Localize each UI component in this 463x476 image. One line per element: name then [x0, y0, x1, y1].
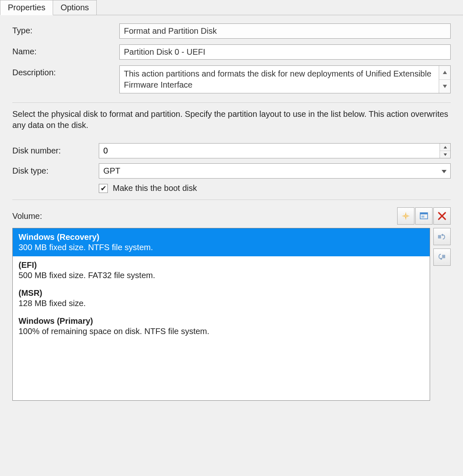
volume-area: Windows (Recovery)300 MB fixed size. NTF…: [12, 228, 451, 401]
row-type: Type: Format and Partition Disk: [12, 23, 451, 39]
name-label: Name:: [12, 44, 119, 56]
disk-number-input[interactable]: [99, 144, 440, 158]
volume-item[interactable]: (EFI)500 MB fixed size. FAT32 file syste…: [13, 256, 430, 284]
row-disk-type: Disk type: GPT: [12, 163, 451, 179]
volume-item[interactable]: (MSR)128 MB fixed size.: [13, 284, 430, 312]
disk-number-spinner[interactable]: [99, 143, 451, 158]
volume-item-title: (EFI): [19, 260, 424, 270]
row-boot-disk: ✔ Make this the boot disk: [99, 183, 451, 193]
description-value[interactable]: This action partitions and formats the d…: [120, 66, 439, 93]
properties-panel: Properties Options Type: Format and Part…: [0, 0, 463, 413]
scroll-up-icon[interactable]: [439, 66, 450, 80]
properties-button[interactable]: [415, 207, 433, 225]
row-name: Name:: [12, 44, 451, 60]
new-volume-button[interactable]: [397, 207, 414, 225]
svg-rect-4: [438, 237, 441, 238]
disk-number-label: Disk number:: [12, 146, 99, 156]
star-icon: [401, 211, 411, 221]
volume-list[interactable]: Windows (Recovery)300 MB fixed size. NTF…: [12, 228, 430, 401]
volume-side-toolbar: [433, 228, 451, 401]
chevron-down-icon[interactable]: [438, 168, 450, 174]
name-input[interactable]: [119, 44, 451, 60]
disk-type-label: Disk type:: [12, 166, 99, 176]
boot-disk-label: Make this the boot disk: [113, 183, 197, 193]
separator: [12, 200, 451, 200]
volume-item[interactable]: Windows (Primary)100% of remaining space…: [13, 312, 430, 340]
volume-item[interactable]: Windows (Recovery)300 MB fixed size. NTF…: [13, 228, 430, 256]
volume-item-title: Windows (Primary): [19, 316, 424, 326]
scroll-down-icon[interactable]: [439, 80, 450, 93]
description-scrollbar: [439, 66, 450, 93]
volume-item-subtitle: 100% of remaining space on disk. NTFS fi…: [19, 327, 424, 336]
volume-item-title: (MSR): [19, 288, 424, 298]
volume-item-title: Windows (Recovery): [19, 232, 424, 242]
type-value: Format and Partition Disk: [119, 23, 451, 39]
move-down-button[interactable]: [433, 248, 451, 266]
tab-bar: Properties Options: [0, 0, 463, 15]
window-icon: [419, 211, 429, 221]
panel-body: Type: Format and Partition Disk Name: De…: [0, 15, 463, 413]
disk-type-value: GPT: [99, 164, 438, 178]
delete-button[interactable]: [433, 207, 451, 225]
svg-rect-3: [438, 235, 441, 237]
volume-toolbar: [397, 207, 451, 225]
tab-properties[interactable]: Properties: [0, 0, 53, 15]
boot-disk-checkbox[interactable]: ✔: [99, 184, 108, 193]
spinner-down-icon[interactable]: [440, 151, 450, 158]
move-up-button[interactable]: [433, 228, 451, 245]
instruction-text: Select the physical disk to format and p…: [12, 102, 451, 131]
description-label: Description:: [12, 65, 119, 77]
volume-item-subtitle: 500 MB fixed size. FAT32 file system.: [19, 271, 424, 280]
move-up-icon: [437, 232, 447, 241]
disk-type-select[interactable]: GPT: [99, 163, 451, 179]
svg-rect-2: [421, 216, 424, 218]
volume-item-subtitle: 300 MB fixed size. NTFS file system.: [19, 243, 424, 252]
svg-rect-1: [420, 213, 428, 214]
description-textarea[interactable]: This action partitions and formats the d…: [119, 65, 451, 93]
move-down-icon: [437, 252, 447, 262]
tab-options[interactable]: Options: [53, 0, 97, 15]
volume-header: Volume:: [12, 207, 451, 225]
volume-label: Volume:: [12, 211, 42, 221]
row-description: Description: This action partitions and …: [12, 65, 451, 93]
type-label: Type:: [12, 23, 119, 35]
row-disk-number: Disk number:: [12, 143, 451, 158]
svg-rect-5: [442, 255, 445, 256]
svg-rect-6: [442, 257, 445, 258]
delete-icon: [437, 211, 447, 221]
spinner-up-icon[interactable]: [440, 144, 450, 151]
volume-item-subtitle: 128 MB fixed size.: [19, 299, 424, 308]
